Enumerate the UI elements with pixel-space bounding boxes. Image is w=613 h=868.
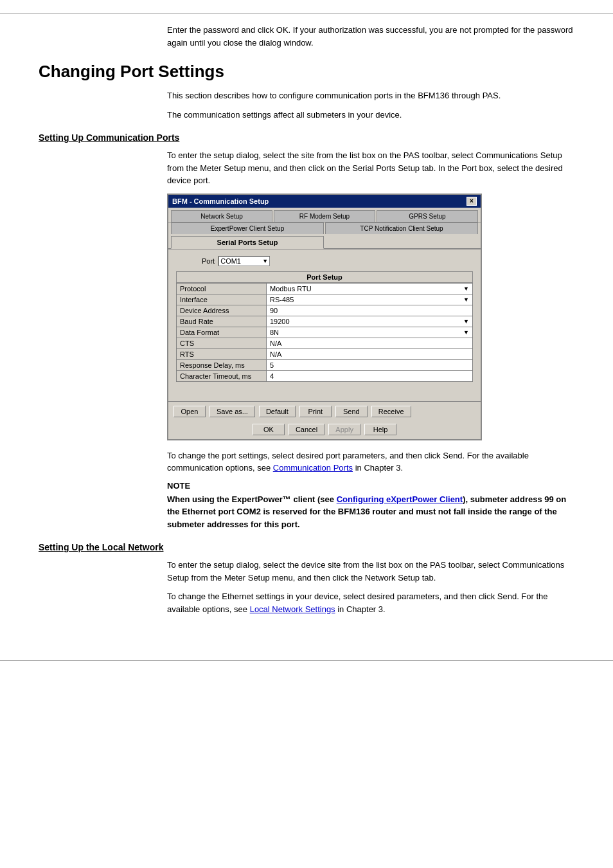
send-button[interactable]: Send xyxy=(335,406,368,417)
row-value: 5 xyxy=(267,359,473,370)
close-button[interactable]: × xyxy=(466,197,477,206)
table-row: CTSN/A xyxy=(177,338,473,348)
port-select[interactable]: COM1 ▼ xyxy=(218,256,270,266)
subsection2-body1: To enter the setup dialog, select the de… xyxy=(167,559,574,584)
page-bottom-spacer xyxy=(0,622,613,647)
port-setup-table: ProtocolModbus RTU▼InterfaceRS-485▼Devic… xyxy=(176,283,473,382)
default-button[interactable]: Default xyxy=(259,406,296,417)
row-label: Response Delay, ms xyxy=(177,359,267,370)
dialog-titlebar: BFM - Communication Setup × xyxy=(168,195,481,208)
section-body2: The communication settings affect all su… xyxy=(167,109,574,122)
row-value: 4 xyxy=(267,370,473,381)
row-value: 90 xyxy=(267,305,473,316)
row-value[interactable]: Modbus RTU▼ xyxy=(267,283,473,294)
row-label: Baud Rate xyxy=(177,316,267,327)
tab-serial-ports-setup[interactable]: Serial Ports Setup xyxy=(171,236,324,249)
subsection2-body2: To change the Ethernet settings in your … xyxy=(167,590,574,615)
section-body1: This section describes how to configure … xyxy=(167,89,574,102)
row-label: Device Address xyxy=(177,305,267,316)
local-network-settings-link[interactable]: Local Network Settings xyxy=(250,604,335,614)
chevron-down-icon: ▼ xyxy=(262,258,268,264)
dialog-spacer xyxy=(176,382,473,395)
table-row: Character Timeout, ms4 xyxy=(177,370,473,381)
dropdown-arrow-icon: ▼ xyxy=(463,296,469,303)
row-value: N/A xyxy=(267,348,473,359)
row-label: Protocol xyxy=(177,283,267,294)
row-label: Interface xyxy=(177,294,267,305)
dropdown-arrow-icon: ▼ xyxy=(463,329,469,336)
intro-text: Enter the password and click OK. If your… xyxy=(167,24,574,49)
note-label: NOTE xyxy=(167,481,574,491)
dialog-ok-cancel-row: OK Cancel Apply Help xyxy=(168,421,481,439)
top-rule xyxy=(0,13,613,14)
dialog-bottom-buttons: Open Save as... Default Print Send Recei… xyxy=(168,401,481,421)
after-dialog-suffix: in Chapter 3. xyxy=(353,463,403,473)
cancel-button[interactable]: Cancel xyxy=(289,424,324,435)
table-row: InterfaceRS-485▼ xyxy=(177,294,473,305)
after-dialog-text: To change the port settings, select desi… xyxy=(167,449,574,475)
communication-ports-link[interactable]: Communication Ports xyxy=(273,463,353,473)
dropdown-arrow-icon: ▼ xyxy=(463,318,469,325)
note-prefix: When using the ExpertPower™ client (see xyxy=(167,494,337,504)
tab-rf-modem-setup[interactable]: RF Modem Setup xyxy=(274,210,375,222)
tab-tcp-notification[interactable]: TCP Notification Client Setup xyxy=(325,222,478,234)
configuring-expertpower-link[interactable]: Configuring eXpertPower Client xyxy=(337,494,463,504)
save-as-button[interactable]: Save as... xyxy=(209,406,255,417)
bottom-rule xyxy=(0,660,613,661)
subsection2-title: Setting Up the Local Network xyxy=(39,542,613,552)
table-row: ProtocolModbus RTU▼ xyxy=(177,283,473,294)
page-container: Enter the password and click OK. If your… xyxy=(0,0,613,674)
row-label: Character Timeout, ms xyxy=(177,370,267,381)
tab-expertpower-client[interactable]: ExpertPower Client Setup xyxy=(171,222,324,234)
print-button[interactable]: Print xyxy=(299,406,332,417)
dialog: BFM - Communication Setup × Network Setu… xyxy=(167,194,482,440)
dialog-body: Port COM1 ▼ Port Setup ProtocolModbus RT… xyxy=(168,249,481,401)
receive-button[interactable]: Receive xyxy=(371,406,411,417)
tab-gprs-setup[interactable]: GPRS Setup xyxy=(377,210,478,222)
ok-button[interactable]: OK xyxy=(253,424,285,435)
port-row: Port COM1 ▼ xyxy=(202,256,473,266)
row-label: CTS xyxy=(177,338,267,348)
section-title: Changing Port Settings xyxy=(39,62,613,82)
row-value[interactable]: 8N▼ xyxy=(267,327,473,338)
table-row: Data Format8N▼ xyxy=(177,327,473,338)
row-value[interactable]: RS-485▼ xyxy=(267,294,473,305)
note-body: When using the ExpertPower™ client (see … xyxy=(167,493,574,531)
dialog-tabs-row2: ExpertPower Client Setup TCP Notificatio… xyxy=(168,222,481,249)
subsection2-suffix: in Chapter 3. xyxy=(335,604,386,614)
row-value[interactable]: 19200▼ xyxy=(267,316,473,327)
tab-network-setup[interactable]: Network Setup xyxy=(171,210,272,222)
dropdown-arrow-icon: ▼ xyxy=(463,285,469,292)
dialog-title: BFM - Communication Setup xyxy=(172,197,269,205)
note-section: NOTE When using the ExpertPower™ client … xyxy=(167,481,574,531)
row-value: N/A xyxy=(267,338,473,348)
port-setup-header: Port Setup xyxy=(176,271,473,283)
table-row: Response Delay, ms5 xyxy=(177,359,473,370)
subsection1-title: Setting Up Communication Ports xyxy=(39,132,613,143)
apply-button[interactable]: Apply xyxy=(328,424,360,435)
subsection1-body: To enter the setup dialog, select the si… xyxy=(167,149,574,187)
dialog-wrapper: BFM - Communication Setup × Network Setu… xyxy=(167,194,574,440)
dialog-tabs-row1: Network Setup RF Modem Setup GPRS Setup xyxy=(168,208,481,222)
table-row: Device Address90 xyxy=(177,305,473,316)
open-button[interactable]: Open xyxy=(173,406,206,417)
row-label: RTS xyxy=(177,348,267,359)
help-button[interactable]: Help xyxy=(364,424,396,435)
port-label: Port xyxy=(202,257,215,265)
table-row: Baud Rate19200▼ xyxy=(177,316,473,327)
port-value: COM1 xyxy=(220,257,241,265)
table-row: RTSN/A xyxy=(177,348,473,359)
row-label: Data Format xyxy=(177,327,267,338)
